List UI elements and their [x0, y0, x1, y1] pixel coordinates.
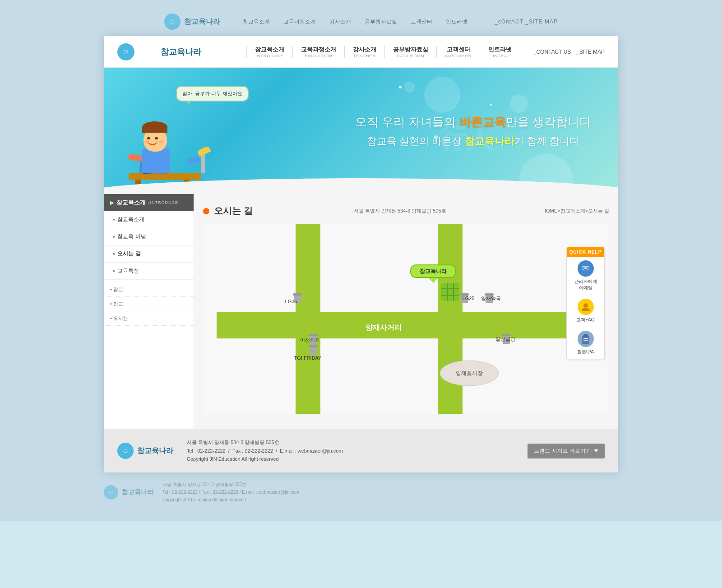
nav-kr-5: 인트라넷	[488, 46, 512, 54]
bubble-tail	[186, 101, 191, 104]
outer-logo-circle: ☺	[164, 14, 180, 30]
qa-icon	[578, 331, 594, 347]
quick-help-qa[interactable]: 질문Q/A	[567, 327, 604, 359]
arrow-down-icon	[594, 449, 598, 452]
deco-circle-1	[424, 77, 460, 113]
sidebar-extra-0: • 참교	[104, 282, 194, 297]
nav-item-introduce[interactable]: 참교육소개 INTRODUCE	[246, 46, 293, 58]
inner-logo[interactable]: ☺ 참교육나라	[117, 43, 224, 60]
quick-help-email[interactable]: ✉ 관리자에게이메일	[567, 257, 604, 295]
nav-item-intra[interactable]: 인트라넷 INTRA	[480, 46, 520, 58]
outer-nav-item-1[interactable]: 참교육소개	[243, 18, 270, 26]
nav-en-4: CUSTOMER	[445, 54, 472, 58]
map-svg: 양재사거리	[203, 224, 609, 414]
nav-kr-3: 공부방자료실	[393, 46, 428, 54]
hero-line2-highlight: 참교육나라	[465, 135, 514, 147]
outer-footer: ☺ 참교육나라 서울 특별시 양재동 534-3 양재빌딩 505호 Tel :…	[0, 472, 722, 512]
inner-nav-right: _CONTACT US _SITE MAP	[533, 49, 605, 55]
inner-logo-text: 참교육나라	[161, 46, 201, 57]
hero-text: 오직 우리 자녀들의 바른교육만을 생각합니다 참교육 실현의 바른장 참교육나…	[355, 114, 591, 148]
lg25-left-label: LG25	[285, 299, 297, 304]
nav-item-teacher[interactable]: 강사소개 TEACHER	[345, 46, 385, 58]
quick-help-panel: QUICK HELP ✉ 관리자에게이메일	[566, 247, 605, 359]
nav-item-dataroom[interactable]: 공부방자료실 DATA ROOM	[385, 46, 437, 58]
breadcrumb-nav: HOME>참교육소개>오시는 길	[542, 208, 609, 214]
deco-circle-4	[404, 81, 415, 93]
outer-nav-item-5[interactable]: 고객센터	[411, 18, 432, 26]
quick-help-faq[interactable]: 고객FAQ	[567, 295, 604, 327]
road-label-horizontal: 양재사거리	[366, 324, 402, 331]
svg-rect-26	[582, 336, 589, 344]
contact-us-link[interactable]: _CONTACT US	[533, 49, 571, 55]
yangje-label: 양재약국	[481, 296, 501, 301]
outer-nav-item-4[interactable]: 공부방자료실	[365, 18, 397, 26]
footer-address: 서울 특별시 양재동 534-3 양재빌딩 505호	[187, 438, 343, 447]
inner-nav: 참교육소개 INTRODUCE 교육과정소개 EDUCATION 강사소개 TE…	[246, 46, 533, 58]
map-quick-wrapper: 양재사거리	[203, 224, 609, 414]
nav-en-0: INTRODUCE	[255, 54, 284, 58]
outer-logo-text: 참교육나라	[184, 17, 220, 27]
sparkle-1	[399, 86, 402, 88]
sparkle-2	[490, 104, 492, 106]
outer-nav: 참교육소개 교육과정소개 강사소개 공부방자료실 고객센터 인트라넷	[243, 18, 467, 26]
sidebar: ▶ 참교육소개 /INTRODUCE 참교육소개 참교육 이념 오시는 길 교육…	[104, 194, 194, 429]
sidebar-title: 참교육소개	[116, 199, 146, 207]
sidebar-arrow: ▶	[110, 200, 114, 206]
store-bubble-text: 참교육나라	[420, 268, 447, 274]
person-icon	[581, 302, 591, 312]
dental-label: 이선치과	[300, 337, 320, 343]
nav-item-customer[interactable]: 고객센터 CUSTOMER	[437, 46, 480, 58]
title-dot	[203, 208, 209, 214]
map-container: 양재사거리	[203, 224, 609, 414]
deco-circle-2	[510, 95, 528, 113]
hero-line2-suffix: 가 함께 합니다	[514, 135, 579, 147]
outer-contact: _cOntACT _SITE MAP	[495, 19, 558, 25]
main-content: 오시는 길 →서울 특별시 양재동 534-3 양재빌딩 505호 HOME>참…	[194, 194, 618, 429]
outer-footer-text: 참교육나라	[122, 488, 153, 496]
nav-item-education[interactable]: 교육과정소개 EDUCATION	[293, 46, 345, 58]
sidebar-item-2[interactable]: 오시는 길	[104, 245, 194, 263]
sidebar-item-3[interactable]: 교육특징	[104, 263, 194, 280]
brand-site-button[interactable]: 브랜드 사이트 바로가기	[528, 444, 605, 458]
clipboard-icon	[581, 334, 591, 344]
sidebar-item-0[interactable]: 참교육소개	[104, 211, 194, 228]
outer-nav-item-2[interactable]: 교육과정소개	[283, 18, 316, 26]
sidebar-extra-links: • 참교 • 참교 • 오시는	[104, 280, 194, 329]
footer-logo: ☺ 참교육나라	[117, 443, 173, 459]
kid-hair	[142, 121, 167, 133]
inner-logo-circle: ☺	[117, 43, 134, 60]
footer-fax: Fax : 02-222-2222	[232, 448, 273, 454]
breadcrumb: →서울 특별시 양재동 534-3 양재빌딩 505호	[349, 208, 446, 214]
hero-banner: 엄마! 공부가 너무 재밌어요	[104, 68, 618, 194]
nav-kr-1: 교육과정소개	[301, 46, 336, 54]
svg-rect-3	[217, 312, 596, 338]
kid-cheek-right	[159, 140, 163, 144]
tgi-label: TGI FRIDAY	[294, 355, 322, 361]
footer-logo-text: 참교육나라	[137, 446, 173, 456]
outer-nav-item-3[interactable]: 강사소개	[329, 18, 351, 26]
hero-line1: 오직 우리 자녀들의 바른교육만을 생각합니다	[355, 114, 591, 130]
footer-contact: Tel : 02-222-2222 / Fax : 02-222-2222 / …	[187, 447, 343, 455]
kid-cheek-left	[144, 140, 149, 144]
inner-header: ☺ 참교육나라 참교육소개 INTRODUCE 교육과정소개 EDUCATION…	[104, 36, 618, 68]
footer-tel: Tel : 02-222-2222	[187, 448, 226, 454]
nav-kr-0: 참교육소개	[255, 46, 284, 54]
svg-rect-14	[293, 293, 302, 296]
faq-icon	[578, 299, 594, 315]
character-illustration	[117, 86, 217, 194]
sidebar-subtitle: /INTRODUCE	[148, 200, 178, 205]
flower-market-label: 양재꽃시장	[456, 370, 483, 376]
store-icon	[441, 283, 459, 301]
site-map-link[interactable]: _SITE MAP	[576, 49, 605, 55]
trash-tgi	[309, 345, 318, 355]
outer-nav-item-6[interactable]: 인트라넷	[446, 18, 467, 26]
footer-email: E.mail : webmaster@jin.com	[280, 448, 343, 454]
quick-help-header: QUICK HELP	[567, 247, 604, 257]
qa-label: 질문Q/A	[569, 349, 602, 355]
hero-line1-highlight: 바른교육	[459, 115, 506, 129]
sidebar-item-1[interactable]: 참교육 이념	[104, 228, 194, 245]
lamp-stem	[201, 153, 205, 173]
faq-label: 고객FAQ	[569, 317, 602, 323]
svg-point-25	[583, 303, 588, 308]
email-label: 관리자에게이메일	[569, 278, 602, 291]
